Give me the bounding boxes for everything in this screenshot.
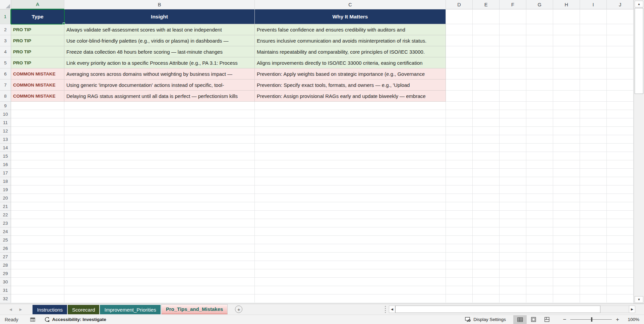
cell-G11[interactable] <box>526 118 553 127</box>
cell-G3[interactable] <box>526 35 553 46</box>
cell-G23[interactable] <box>526 219 553 227</box>
cell-H16[interactable] <box>553 160 580 169</box>
cell-J1[interactable] <box>607 9 634 24</box>
cell-A30[interactable] <box>11 278 64 286</box>
sheet-tab-Improvement_Priorities[interactable]: Improvement_Priorities <box>100 305 160 314</box>
cell-J27[interactable] <box>607 253 634 261</box>
cell-F1[interactable] <box>500 9 526 24</box>
tab-nav-left-icon[interactable]: ◀ <box>9 308 12 311</box>
sheet-tab-Pro_Tips_and_Mistakes[interactable]: Pro_Tips_and_Mistakes <box>161 304 228 314</box>
cell-C20[interactable] <box>255 194 446 202</box>
column-header-C[interactable]: C <box>255 0 446 9</box>
row-header-16[interactable]: 16 <box>0 160 11 169</box>
cell-C27[interactable] <box>255 253 446 261</box>
cell-H10[interactable] <box>553 110 580 118</box>
cell-I23[interactable] <box>580 219 607 227</box>
cell-C26[interactable] <box>255 244 446 253</box>
cell-H32[interactable] <box>553 294 580 303</box>
cell-I10[interactable] <box>580 110 607 118</box>
row-header-22[interactable]: 22 <box>0 211 11 219</box>
cell-H8[interactable] <box>553 91 580 102</box>
cell-C19[interactable] <box>255 185 446 194</box>
cell-B5[interactable]: Link every priority action to a specific… <box>64 57 255 68</box>
cell-A25[interactable] <box>11 236 64 244</box>
cell-F6[interactable] <box>500 68 526 79</box>
scroll-right-button[interactable]: ▶ <box>629 306 635 313</box>
cell-H31[interactable] <box>553 286 580 294</box>
cell-F7[interactable] <box>500 79 526 91</box>
cell-H30[interactable] <box>553 278 580 286</box>
cell-H9[interactable] <box>553 102 580 110</box>
cell-F2[interactable] <box>500 24 526 35</box>
horizontal-scroll-track[interactable] <box>600 306 629 313</box>
cell-J7[interactable] <box>607 79 634 91</box>
display-settings-button[interactable]: Display Settings <box>465 317 506 322</box>
cell-A3[interactable]: PRO TIP <box>11 35 64 46</box>
cell-A9[interactable] <box>11 102 64 110</box>
row-header-4[interactable]: 4 <box>0 46 11 57</box>
cell-J22[interactable] <box>607 211 634 219</box>
column-header-G[interactable]: G <box>526 0 553 9</box>
cell-C6[interactable]: Prevention: Apply weights based on strat… <box>255 68 446 79</box>
cell-A28[interactable] <box>11 261 64 269</box>
cell-E19[interactable] <box>473 185 500 194</box>
cell-J19[interactable] <box>607 185 634 194</box>
cell-A20[interactable] <box>11 194 64 202</box>
cell-B6[interactable]: Averaging scores across domains without … <box>64 68 255 79</box>
cell-A24[interactable] <box>11 227 64 236</box>
cell-I9[interactable] <box>580 102 607 110</box>
cell-F16[interactable] <box>500 160 526 169</box>
cell-C9[interactable] <box>255 102 446 110</box>
cell-J6[interactable] <box>607 68 634 79</box>
cell-A2[interactable]: PRO TIP <box>11 24 64 35</box>
cell-H7[interactable] <box>553 79 580 91</box>
cell-F32[interactable] <box>500 294 526 303</box>
cell-J8[interactable] <box>607 91 634 102</box>
select-all-corner[interactable] <box>0 0 11 9</box>
cell-A23[interactable] <box>11 219 64 227</box>
cell-E32[interactable] <box>473 294 500 303</box>
cell-J18[interactable] <box>607 177 634 185</box>
cell-I13[interactable] <box>580 135 607 144</box>
cell-A19[interactable] <box>11 185 64 194</box>
cell-E9[interactable] <box>473 102 500 110</box>
cell-C14[interactable] <box>255 144 446 152</box>
cell-I6[interactable] <box>580 68 607 79</box>
column-header-B[interactable]: B <box>64 0 255 9</box>
cell-B24[interactable] <box>64 227 255 236</box>
zoom-slider[interactable] <box>570 319 612 320</box>
cell-C15[interactable] <box>255 152 446 160</box>
cell-A8[interactable]: COMMON MISTAKE <box>11 91 64 102</box>
cell-C22[interactable] <box>255 211 446 219</box>
cell-G20[interactable] <box>526 194 553 202</box>
cell-B21[interactable] <box>64 202 255 211</box>
cell-F31[interactable] <box>500 286 526 294</box>
row-header-15[interactable]: 15 <box>0 152 11 160</box>
cell-G10[interactable] <box>526 110 553 118</box>
cell-D28[interactable] <box>446 261 473 269</box>
row-header-29[interactable]: 29 <box>0 269 11 278</box>
cell-I29[interactable] <box>580 269 607 278</box>
cell-G19[interactable] <box>526 185 553 194</box>
cell-I15[interactable] <box>580 152 607 160</box>
zoom-level[interactable]: 100% <box>622 317 639 322</box>
cell-D16[interactable] <box>446 160 473 169</box>
cell-E26[interactable] <box>473 244 500 253</box>
cell-F18[interactable] <box>500 177 526 185</box>
cell-A10[interactable] <box>11 110 64 118</box>
cell-C7[interactable]: Prevention: Specify exact tools, formats… <box>255 79 446 91</box>
row-header-11[interactable]: 11 <box>0 118 11 127</box>
tab-grip-handle[interactable] <box>385 306 386 313</box>
cell-H19[interactable] <box>553 185 580 194</box>
cell-C28[interactable] <box>255 261 446 269</box>
cell-E24[interactable] <box>473 227 500 236</box>
cell-E1[interactable] <box>473 9 500 24</box>
row-header-13[interactable]: 13 <box>0 135 11 144</box>
cell-J2[interactable] <box>607 24 634 35</box>
cell-J30[interactable] <box>607 278 634 286</box>
row-header-27[interactable]: 27 <box>0 253 11 261</box>
cell-I28[interactable] <box>580 261 607 269</box>
cell-A27[interactable] <box>11 253 64 261</box>
cell-H18[interactable] <box>553 177 580 185</box>
row-header-8[interactable]: 8 <box>0 91 11 102</box>
